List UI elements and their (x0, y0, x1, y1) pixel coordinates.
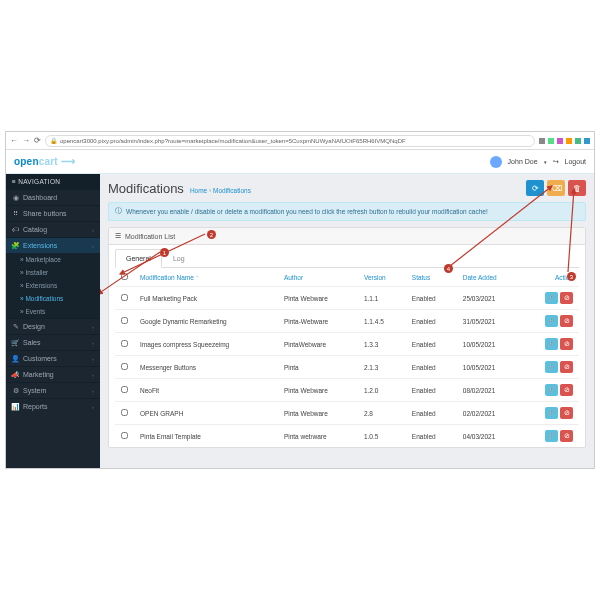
cell-status: Enabled (406, 333, 457, 356)
panel-title: Modification List (125, 233, 175, 240)
row-disable-button[interactable]: ⊘ (560, 315, 573, 327)
sidebar-item-share-buttons[interactable]: ⠿Share buttons (6, 205, 100, 221)
row-checkbox[interactable] (121, 363, 128, 370)
sidebar-icon: 🏷 (12, 226, 19, 233)
cell-author: Pinta webware (278, 425, 358, 448)
lock-icon: 🔒 (50, 137, 57, 144)
sidebar-subitem-events[interactable]: » Events (6, 305, 100, 318)
row-disable-button[interactable]: ⊘ (560, 338, 573, 350)
row-disable-button[interactable]: ⊘ (560, 430, 573, 442)
url-text: opencart3000.pixy.pro/admin/index.php?ro… (60, 138, 406, 144)
main-content: 1 2 4 3 Modifications Home › Modificatio… (100, 174, 594, 468)
table-row: Full Marketing PackPinta Webware1.1.1Ena… (115, 287, 579, 310)
avatar[interactable] (490, 156, 502, 168)
cell-status: Enabled (406, 402, 457, 425)
brand-bar: opencart ⟶ John Doe ▾ ↪ Logout (6, 150, 594, 174)
chevron-right-icon: › (92, 227, 94, 233)
sidebar-icon: ✎ (12, 323, 19, 330)
row-checkbox[interactable] (121, 432, 128, 439)
row-disable-button[interactable]: ⊘ (560, 407, 573, 419)
sidebar-subitem-marketplace[interactable]: » Marketplace (6, 253, 100, 266)
select-all-checkbox[interactable] (121, 273, 128, 280)
cell-name: Full Marketing Pack (134, 287, 278, 310)
col-name[interactable]: Modification Name ˄ (134, 268, 278, 287)
row-disable-button[interactable]: ⊘ (560, 292, 573, 304)
row-link-button[interactable]: 🔗 (545, 384, 558, 396)
sidebar-item-sales[interactable]: 🛒Sales› (6, 334, 100, 350)
row-link-button[interactable]: 🔗 (545, 407, 558, 419)
sidebar-item-reports[interactable]: 📊Reports› (6, 398, 100, 414)
cell-author: Pinta Webware (278, 379, 358, 402)
row-link-button[interactable]: 🔗 (545, 338, 558, 350)
brand-logo[interactable]: opencart ⟶ (14, 156, 75, 167)
browser-chrome: ← → ⟳ 🔒 opencart3000.pixy.pro/admin/inde… (6, 132, 594, 150)
cell-name: NeoFit (134, 379, 278, 402)
cell-author: Pinta (278, 356, 358, 379)
cell-version: 1.1.4.5 (358, 310, 406, 333)
chevron-right-icon: › (92, 340, 94, 346)
delete-button[interactable]: 🗑 (568, 180, 586, 196)
cell-version: 2.8 (358, 402, 406, 425)
sidebar-item-dashboard[interactable]: ◉Dashboard (6, 189, 100, 205)
cell-version: 2.1.3 (358, 356, 406, 379)
row-disable-button[interactable]: ⊘ (560, 361, 573, 373)
back-icon[interactable]: ← (10, 136, 18, 145)
row-checkbox[interactable] (121, 294, 128, 301)
cell-date: 08/02/2021 (457, 379, 522, 402)
refresh-button[interactable]: ⟳ (526, 180, 544, 196)
modifications-table: Modification Name ˄ Author Version Statu… (115, 268, 579, 447)
row-link-button[interactable]: 🔗 (545, 430, 558, 442)
col-author[interactable]: Author (278, 268, 358, 287)
col-status[interactable]: Status (406, 268, 457, 287)
sidebar-subitem-modifications[interactable]: » Modifications (6, 292, 100, 305)
user-name[interactable]: John Doe (508, 158, 538, 165)
sidebar-item-extensions[interactable]: 🧩Extensions› (6, 237, 100, 253)
sort-asc-icon: ˄ (196, 275, 199, 281)
sidebar-item-marketing[interactable]: 📣Marketing› (6, 366, 100, 382)
cell-date: 10/05/2021 (457, 333, 522, 356)
tab-general[interactable]: General (115, 249, 162, 268)
row-disable-button[interactable]: ⊘ (560, 384, 573, 396)
cell-version: 1.1.1 (358, 287, 406, 310)
sidebar-icon: 👤 (12, 355, 19, 362)
url-bar[interactable]: 🔒 opencart3000.pixy.pro/admin/index.php?… (45, 135, 535, 147)
crumb-current[interactable]: Modifications (213, 187, 251, 194)
row-checkbox[interactable] (121, 386, 128, 393)
crumb-home[interactable]: Home (190, 187, 207, 194)
chevron-right-icon: › (92, 404, 94, 410)
row-link-button[interactable]: 🔗 (545, 292, 558, 304)
row-checkbox[interactable] (121, 317, 128, 324)
app-window: ← → ⟳ 🔒 opencart3000.pixy.pro/admin/inde… (5, 131, 595, 469)
tab-log[interactable]: Log (162, 249, 196, 268)
logout-icon: ↪ (553, 158, 559, 166)
table-row: Google Dynamic RemarketingPinta-Webware1… (115, 310, 579, 333)
chevron-right-icon: › (92, 372, 94, 378)
extension-icons (539, 138, 590, 144)
sidebar-icon: ⚙ (12, 387, 19, 394)
sidebar: ≡ NAVIGATION ◉Dashboard⠿Share buttons🏷Ca… (6, 174, 100, 468)
logout-link[interactable]: Logout (565, 158, 586, 165)
row-checkbox[interactable] (121, 409, 128, 416)
table-row: NeoFitPinta Webware1.2.0Enabled08/02/202… (115, 379, 579, 402)
sidebar-item-design[interactable]: ✎Design› (6, 318, 100, 334)
cell-name: Messenger Buttons (134, 356, 278, 379)
cell-name: OPEN GRAPH (134, 402, 278, 425)
row-link-button[interactable]: 🔗 (545, 315, 558, 327)
sidebar-item-customers[interactable]: 👤Customers› (6, 350, 100, 366)
sidebar-icon: ⠿ (12, 210, 19, 217)
sidebar-subitem-installer[interactable]: » Installer (6, 266, 100, 279)
cell-version: 1.2.0 (358, 379, 406, 402)
reload-icon[interactable]: ⟳ (34, 136, 41, 145)
sidebar-item-catalog[interactable]: 🏷Catalog› (6, 221, 100, 237)
sidebar-item-system[interactable]: ⚙System› (6, 382, 100, 398)
col-date[interactable]: Date Added (457, 268, 522, 287)
table-row: OPEN GRAPHPinta Webware2.8Enabled02/02/2… (115, 402, 579, 425)
cell-status: Enabled (406, 287, 457, 310)
row-checkbox[interactable] (121, 340, 128, 347)
forward-icon[interactable]: → (22, 136, 30, 145)
sidebar-subitem-extensions[interactable]: » Extensions (6, 279, 100, 292)
clear-button[interactable]: ⌫ (547, 180, 565, 196)
col-version[interactable]: Version (358, 268, 406, 287)
info-icon: ⓘ (115, 207, 122, 216)
row-link-button[interactable]: 🔗 (545, 361, 558, 373)
